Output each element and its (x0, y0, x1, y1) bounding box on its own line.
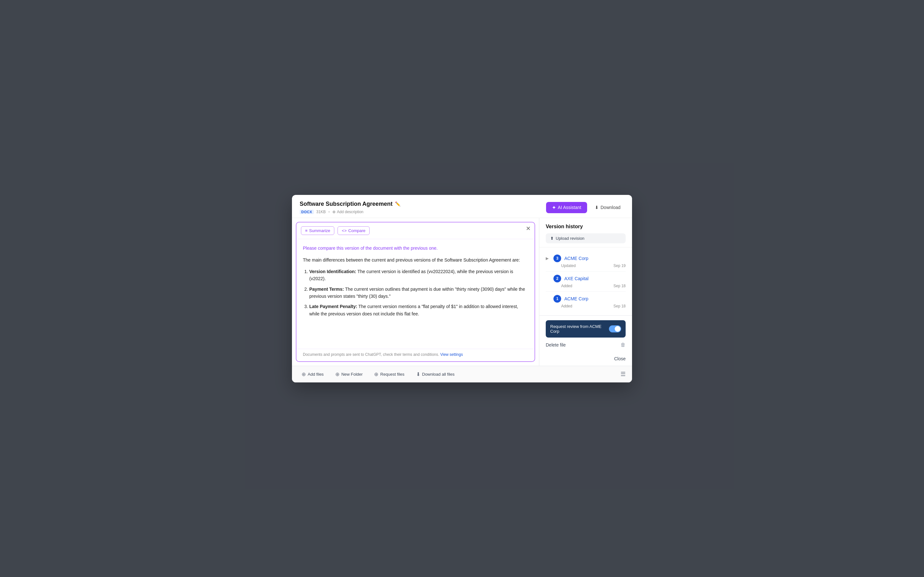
version-item-2: ▶ 2 AXE Capital Added Sep 18 (546, 271, 626, 292)
diff-title-1: Version Identification: (309, 269, 356, 274)
modal-close-row: Close (540, 354, 632, 366)
sidebar-title: Version history (546, 224, 626, 229)
list-item: Version Identification: The current vers… (309, 268, 528, 282)
version-row-3: ▶ 3 ACME Corp (546, 255, 626, 262)
download-button[interactable]: ⬇ Download (591, 202, 624, 213)
list-item: Payment Terms: The current version outli… (309, 285, 528, 300)
bottom-bar: ⊕ Add files ⊕ New Folder ⊕ Request files… (292, 366, 632, 382)
doc-meta: DOCX 31KB • ⊕ Add description (300, 210, 542, 214)
version-date-2: Sep 18 (614, 284, 626, 288)
add-description-btn[interactable]: ⊕ Add description (333, 210, 363, 214)
download-all-action[interactable]: ⬇ Download all files (413, 369, 458, 379)
delete-file-row: Delete file 🗑 (546, 341, 626, 349)
version-row-1: ▶ 1 ACME Corp (546, 295, 626, 303)
modal-overlay: Software Subscription Agreement ✏️ DOCX … (0, 0, 924, 577)
version-action-3: Updated (561, 263, 575, 268)
delete-icon[interactable]: 🗑 (620, 342, 626, 348)
version-meta-1: Added Sep 18 (546, 304, 626, 308)
download-icon: ⬇ (595, 205, 599, 210)
edit-icon[interactable]: ✏️ (395, 201, 401, 206)
compare-button[interactable]: <> Compare (338, 226, 370, 235)
doc-title: Software Subscription Agreement (300, 201, 393, 207)
plus-icon: ⊕ (333, 210, 336, 214)
request-review-row: Request review from ACME Corp (546, 320, 626, 338)
version-name-2[interactable]: AXE Capital (564, 276, 626, 281)
ai-panel: ≡ Summarize <> Compare ✕ Please compare … (296, 222, 535, 362)
list-item: Late Payment Penalty: The current versio… (309, 303, 528, 318)
version-badge-2: 2 (553, 275, 561, 282)
modal-body: ≡ Summarize <> Compare ✕ Please compare … (292, 218, 632, 366)
version-item-3: ▶ 3 ACME Corp Updated Sep 19 (546, 251, 626, 271)
ai-response-intro: The main differences between the current… (303, 256, 528, 263)
version-badge-1: 1 (553, 295, 561, 303)
version-meta-3: Updated Sep 19 (546, 263, 626, 268)
expand-icon-3[interactable]: ▶ (546, 256, 550, 261)
user-message: Please compare this version of the docum… (303, 245, 528, 251)
add-files-label: Add files (308, 372, 324, 377)
request-files-label: Request files (380, 372, 404, 377)
doc-title-row: Software Subscription Agreement ✏️ (300, 201, 542, 207)
new-folder-action[interactable]: ⊕ New Folder (332, 369, 366, 379)
download-all-icon: ⬇ (416, 371, 420, 377)
sparkle-icon: ✦ (552, 205, 556, 211)
ai-footer: Documents and prompts are sent to ChatGP… (296, 349, 535, 361)
add-files-icon: ⊕ (302, 371, 306, 377)
close-panel-button[interactable]: ✕ (526, 226, 531, 231)
doc-size: 31KB (317, 210, 326, 214)
modal: Software Subscription Agreement ✏️ DOCX … (292, 195, 632, 382)
upload-icon: ⬆ (550, 236, 554, 241)
request-files-action[interactable]: ⊕ Request files (371, 369, 407, 379)
sidebar-footer: Request review from ACME Corp Delete fil… (540, 316, 632, 354)
modal-header: Software Subscription Agreement ✏️ DOCX … (292, 195, 632, 218)
upload-revision-button[interactable]: ⬆ Upload revision (546, 234, 626, 243)
request-files-icon: ⊕ (374, 371, 378, 377)
summarize-icon: ≡ (305, 228, 308, 233)
request-review-label: Request review from ACME Corp (550, 324, 609, 334)
version-row-2: ▶ 2 AXE Capital (546, 275, 626, 282)
compare-icon: <> (342, 228, 347, 233)
diff-title-2: Payment Terms: (309, 287, 344, 292)
ai-response: The main differences between the current… (303, 256, 528, 318)
add-files-action[interactable]: ⊕ Add files (298, 369, 327, 379)
diff-title-3: Late Payment Penalty: (309, 304, 357, 309)
version-date-1: Sep 18 (614, 304, 626, 308)
request-review-toggle[interactable] (609, 326, 621, 332)
summarize-button[interactable]: ≡ Summarize (301, 226, 334, 235)
version-date-3: Sep 19 (614, 263, 626, 268)
ai-panel-content: Please compare this version of the docum… (296, 239, 535, 349)
version-name-1[interactable]: ACME Corp (564, 296, 626, 301)
version-name-3[interactable]: ACME Corp (564, 256, 626, 261)
delete-file-label: Delete file (546, 342, 565, 348)
doc-type-badge: DOCX (300, 210, 314, 214)
ai-panel-header: ≡ Summarize <> Compare ✕ (296, 222, 535, 239)
version-action-1: Added (561, 304, 572, 308)
sidebar-header: Version history ⬆ Upload revision (540, 218, 632, 247)
version-badge-3: 3 (553, 255, 561, 262)
right-sidebar: Version history ⬆ Upload revision ▶ 3 AC… (539, 218, 632, 366)
download-all-label: Download all files (422, 372, 455, 377)
view-settings-link[interactable]: View settings (440, 352, 463, 357)
differences-list: Version Identification: The current vers… (303, 268, 528, 318)
modal-close-button[interactable]: Close (614, 356, 626, 361)
main-content: ≡ Summarize <> Compare ✕ Please compare … (292, 218, 539, 366)
version-item-1: ▶ 1 ACME Corp Added Sep 18 (546, 292, 626, 311)
version-meta-2: Added Sep 18 (546, 284, 626, 288)
list-view-toggle[interactable]: ☰ (620, 371, 626, 378)
version-action-2: Added (561, 284, 572, 288)
new-folder-icon: ⊕ (335, 371, 339, 377)
new-folder-label: New Folder (341, 372, 363, 377)
header-actions: ✦ AI Assistant ⬇ Download (546, 202, 624, 213)
version-list: ▶ 3 ACME Corp Updated Sep 19 ▶ 2 (540, 247, 632, 316)
ai-assistant-button[interactable]: ✦ AI Assistant (546, 202, 587, 213)
